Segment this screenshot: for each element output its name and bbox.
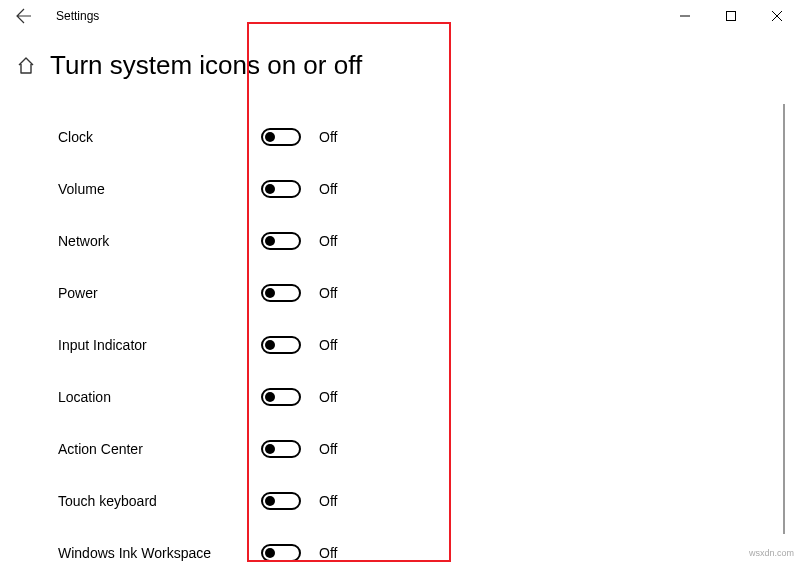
toggle-knob bbox=[265, 392, 275, 402]
setting-label: Input Indicator bbox=[58, 337, 248, 353]
toggle-state: Off bbox=[319, 389, 337, 405]
toggle-knob bbox=[265, 236, 275, 246]
toggle-knob bbox=[265, 340, 275, 350]
toggle-state: Off bbox=[319, 545, 337, 561]
watermark: wsxdn.com bbox=[749, 548, 794, 558]
setting-row: Action Center Off bbox=[58, 423, 800, 475]
toggle-state: Off bbox=[319, 337, 337, 353]
titlebar: Settings bbox=[0, 0, 800, 32]
toggle-windows-ink[interactable] bbox=[261, 544, 301, 562]
toggle-clock[interactable] bbox=[261, 128, 301, 146]
page-title: Turn system icons on or off bbox=[50, 50, 362, 81]
minimize-button[interactable] bbox=[662, 0, 708, 32]
setting-label: Volume bbox=[58, 181, 248, 197]
setting-label: Location bbox=[58, 389, 248, 405]
setting-row: Power Off bbox=[58, 267, 800, 319]
back-arrow-icon bbox=[16, 8, 32, 24]
toggle-power[interactable] bbox=[261, 284, 301, 302]
toggle-state: Off bbox=[319, 493, 337, 509]
toggle-knob bbox=[265, 288, 275, 298]
toggle-state: Off bbox=[319, 129, 337, 145]
setting-row: Volume Off bbox=[58, 163, 800, 215]
toggle-state: Off bbox=[319, 181, 337, 197]
setting-row: Touch keyboard Off bbox=[58, 475, 800, 527]
toggle-touch-keyboard[interactable] bbox=[261, 492, 301, 510]
toggle-state: Off bbox=[319, 285, 337, 301]
toggle-knob bbox=[265, 496, 275, 506]
setting-label: Action Center bbox=[58, 441, 248, 457]
setting-row: Network Off bbox=[58, 215, 800, 267]
maximize-button[interactable] bbox=[708, 0, 754, 32]
settings-list: Clock Off Volume Off Network Off Power O… bbox=[0, 81, 800, 562]
setting-label: Clock bbox=[58, 129, 248, 145]
setting-row: Location Off bbox=[58, 371, 800, 423]
close-button[interactable] bbox=[754, 0, 800, 32]
scrollbar[interactable] bbox=[783, 104, 785, 534]
svg-rect-1 bbox=[727, 12, 736, 21]
setting-label: Touch keyboard bbox=[58, 493, 248, 509]
toggle-volume[interactable] bbox=[261, 180, 301, 198]
toggle-network[interactable] bbox=[261, 232, 301, 250]
toggle-knob bbox=[265, 444, 275, 454]
toggle-input-indicator[interactable] bbox=[261, 336, 301, 354]
toggle-action-center[interactable] bbox=[261, 440, 301, 458]
window-title: Settings bbox=[56, 9, 99, 23]
toggle-knob bbox=[265, 548, 275, 558]
setting-row: Windows Ink Workspace Off bbox=[58, 527, 800, 562]
setting-row: Input Indicator Off bbox=[58, 319, 800, 371]
toggle-knob bbox=[265, 184, 275, 194]
page-header: Turn system icons on or off bbox=[0, 32, 800, 81]
toggle-state: Off bbox=[319, 441, 337, 457]
window-controls bbox=[662, 0, 800, 32]
toggle-state: Off bbox=[319, 233, 337, 249]
back-button[interactable] bbox=[8, 0, 40, 32]
setting-label: Windows Ink Workspace bbox=[58, 545, 248, 561]
setting-label: Power bbox=[58, 285, 248, 301]
home-icon[interactable] bbox=[16, 56, 36, 76]
setting-label: Network bbox=[58, 233, 248, 249]
toggle-location[interactable] bbox=[261, 388, 301, 406]
toggle-knob bbox=[265, 132, 275, 142]
setting-row: Clock Off bbox=[58, 111, 800, 163]
